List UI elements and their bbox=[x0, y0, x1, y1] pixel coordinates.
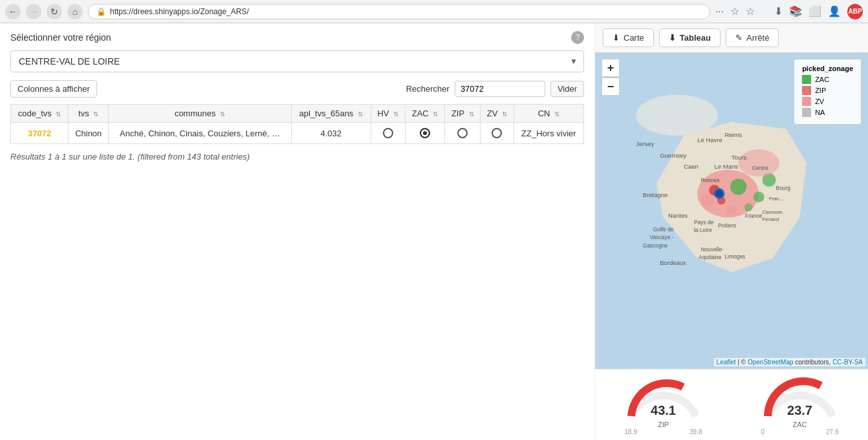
svg-point-13 bbox=[716, 190, 723, 197]
star-icon[interactable]: ☆ bbox=[746, 5, 755, 17]
columns-button[interactable]: Colonnes à afficher bbox=[10, 80, 97, 98]
cell-zv bbox=[481, 123, 514, 144]
gauge-zip-max: 39.8 bbox=[689, 428, 702, 435]
home-button[interactable]: ⌂ bbox=[67, 4, 83, 19]
address-bar[interactable]: 🔒 https://drees.shinyapps.io/Zonage_ARS/ bbox=[88, 4, 710, 19]
svg-text:Pays de: Pays de bbox=[694, 219, 714, 225]
results-text: Résultats 1 à 1 sur une liste de 1. (fil… bbox=[10, 152, 584, 162]
col-header-hv[interactable]: HV ⇅ bbox=[371, 105, 405, 123]
cell-tvs: Chinon bbox=[69, 123, 109, 144]
gauge-zac: 23.7 ZAC 0 27.9 bbox=[732, 375, 868, 435]
legend-item-zip: ZIP bbox=[802, 86, 853, 95]
col-header-code-tvs[interactable]: code_tvs ⇅ bbox=[11, 105, 69, 123]
user-avatar[interactable]: ABP bbox=[847, 4, 863, 19]
svg-text:Le Mans: Le Mans bbox=[715, 163, 739, 170]
svg-text:Fran...: Fran... bbox=[769, 196, 783, 202]
cell-hv bbox=[371, 123, 405, 144]
map-controls: + − bbox=[602, 59, 620, 96]
clear-button[interactable]: Vider bbox=[550, 81, 584, 97]
col-header-zv[interactable]: ZV ⇅ bbox=[481, 105, 514, 123]
svg-text:France: France bbox=[745, 213, 763, 219]
carte-button[interactable]: ⬇ Carte bbox=[603, 28, 654, 47]
search-label: Rechercher bbox=[406, 84, 450, 94]
col-header-apl[interactable]: apl_tvs_65ans ⇅ bbox=[291, 105, 371, 123]
reload-button[interactable]: ↻ bbox=[47, 4, 62, 19]
download-tableau-icon: ⬇ bbox=[669, 33, 676, 43]
left-panel: Sélectionner votre région ? CENTRE-VAL D… bbox=[0, 23, 595, 440]
ccbysa-link[interactable]: CC-BY-SA bbox=[832, 359, 863, 366]
leaflet-link[interactable]: Leaflet bbox=[717, 359, 736, 366]
legend-title: picked_zonage bbox=[802, 65, 853, 72]
gauge-zip-min: 18.9 bbox=[625, 428, 637, 435]
map-toolbar: ⬇ Carte ⬇ Tableau ✎ Arrêté bbox=[595, 23, 868, 52]
svg-text:Vascaya -: Vascaya - bbox=[649, 234, 673, 240]
legend-color-zip bbox=[802, 86, 811, 95]
forward-button[interactable]: → bbox=[26, 4, 41, 19]
svg-point-5 bbox=[754, 191, 765, 202]
edit-arrete-icon: ✎ bbox=[735, 33, 743, 43]
help-icon[interactable]: ? bbox=[571, 31, 584, 44]
gauge-zip-range: 18.9 39.8 bbox=[625, 428, 702, 435]
gauge-section: 43.1 ZIP 18.9 39.8 23.7 bbox=[595, 369, 868, 440]
svg-point-10 bbox=[701, 194, 715, 207]
cell-apl: 4.032 bbox=[291, 123, 371, 144]
history-icon[interactable]: 📚 bbox=[789, 5, 802, 17]
browser-toolbar-icons: ··· ☆ ☆ ⬇ 📚 ⬜ 👤 ABP bbox=[715, 4, 863, 19]
more-icon[interactable]: ··· bbox=[715, 6, 724, 17]
svg-text:Reims: Reims bbox=[724, 131, 742, 138]
legend-label-na: NA bbox=[815, 109, 825, 116]
table-row: 37072 Chinon Anché, Chinon, Cinais, Couz… bbox=[11, 123, 584, 144]
svg-text:Jersey: Jersey bbox=[636, 140, 654, 147]
gauge-zac-min: 0 bbox=[761, 428, 765, 435]
svg-text:Golfe de: Golfe de bbox=[653, 226, 674, 233]
map-legend: picked_zonage ZAC ZIP ZV NA bbox=[794, 59, 862, 125]
downloads-icon[interactable]: ⬇ bbox=[774, 5, 783, 17]
gauge-zip-visual: 43.1 bbox=[625, 374, 702, 419]
arrete-button[interactable]: ✎ Arrêté bbox=[726, 28, 779, 47]
svg-text:Centre: Centre bbox=[752, 165, 769, 171]
svg-text:Poitiers: Poitiers bbox=[718, 222, 736, 229]
radio-zac[interactable] bbox=[420, 128, 430, 138]
osm-link[interactable]: OpenStreetMap bbox=[748, 359, 794, 366]
map-container[interactable]: Guernsey Bretagne Golfe de Vascaya - Gas… bbox=[595, 52, 868, 369]
radio-hv[interactable] bbox=[383, 128, 393, 138]
search-input[interactable] bbox=[455, 81, 545, 97]
gauge-zac-value: 23.7 bbox=[787, 403, 812, 418]
profile-icon[interactable]: 👤 bbox=[828, 5, 841, 17]
col-header-tvs[interactable]: tvs ⇅ bbox=[69, 105, 109, 123]
svg-text:Bordeaux: Bordeaux bbox=[660, 259, 686, 266]
bookmark-icon[interactable]: ☆ bbox=[730, 5, 739, 17]
cell-zac bbox=[405, 123, 444, 144]
radio-zv[interactable] bbox=[492, 128, 502, 138]
toolbar: Colonnes à afficher Rechercher Vider bbox=[10, 80, 584, 98]
cell-code-tvs: 37072 bbox=[11, 123, 69, 144]
col-header-cn[interactable]: CN ⇅ bbox=[514, 105, 583, 123]
tabs-icon[interactable]: ⬜ bbox=[808, 5, 821, 17]
col-header-zac[interactable]: ZAC ⇅ bbox=[405, 105, 444, 123]
back-button[interactable]: ← bbox=[5, 4, 21, 19]
svg-text:Gascogne: Gascogne bbox=[643, 242, 668, 249]
region-label: Sélectionner votre région bbox=[10, 32, 111, 43]
gauge-zac-visual: 23.7 bbox=[761, 374, 839, 419]
legend-color-na bbox=[802, 108, 811, 117]
col-header-communes[interactable]: communes ⇅ bbox=[109, 105, 291, 123]
svg-text:Nantes: Nantes bbox=[668, 212, 688, 219]
legend-item-na: NA bbox=[802, 108, 853, 117]
legend-item-zv: ZV bbox=[802, 97, 853, 106]
zoom-out-button[interactable]: − bbox=[602, 78, 620, 96]
region-select[interactable]: CENTRE-VAL DE LOIRE ILE-DE-FRANCE NORMAN… bbox=[10, 50, 584, 72]
table-header-row: code_tvs ⇅ tvs ⇅ communes ⇅ apl_tvs_65an… bbox=[11, 105, 584, 123]
cell-cn: ZZ_Hors vivier bbox=[514, 123, 583, 144]
svg-text:Rennes: Rennes bbox=[701, 177, 720, 183]
map-attribution: Leaflet | © OpenStreetMap contributors, … bbox=[714, 358, 865, 366]
svg-text:Aquitaine: Aquitaine bbox=[699, 254, 721, 260]
url-text: https://drees.shinyapps.io/Zonage_ARS/ bbox=[110, 7, 702, 16]
legend-label-zv: ZV bbox=[815, 98, 824, 105]
zoom-in-button[interactable]: + bbox=[602, 59, 620, 77]
col-header-zip[interactable]: ZIP ⇅ bbox=[445, 105, 481, 123]
gauge-zac-label: ZAC bbox=[793, 421, 807, 428]
radio-zip[interactable] bbox=[457, 128, 468, 138]
svg-text:Clermont-: Clermont- bbox=[762, 209, 783, 215]
svg-point-4 bbox=[730, 178, 746, 194]
tableau-button[interactable]: ⬇ Tableau bbox=[659, 28, 721, 47]
